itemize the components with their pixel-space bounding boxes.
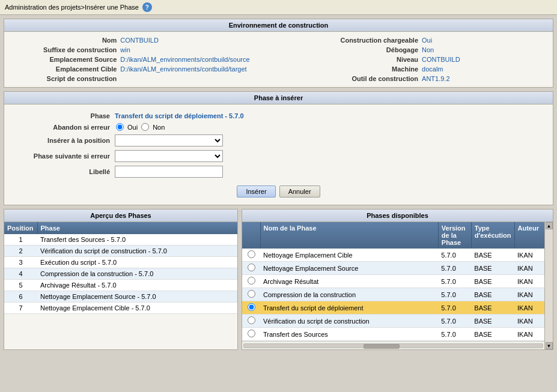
abandon-oui-label: Oui [127,124,138,131]
outil-label: Outil de construction [305,74,420,83]
type-cell: BASE [471,301,514,315]
type-cell: BASE [471,275,514,288]
phase-name-cell: Compression de la construction [260,288,438,301]
table-row[interactable]: 5Archivage Résultat - 5.7.0 [4,280,237,291]
abandon-label: Abandon si erreur [10,121,112,133]
available-table: Nom de la Phase Versionde laPhase Typed'… [242,222,544,341]
cancel-button[interactable]: Annuler [279,185,320,198]
radio-cell[interactable] [242,301,260,315]
phase-panel: Phase à insérer Phase Transfert du scrip… [4,91,553,205]
phase-radio[interactable] [248,290,255,298]
table-row[interactable]: Transfert du script de déploiement5.7.0B… [242,301,544,315]
version-cell: 5.7.0 [438,315,471,328]
table-row[interactable]: Nettoyage Emplacement Cible5.7.0BASEIKAN [242,249,544,262]
version-cell: 5.7.0 [438,288,471,301]
abandon-non-radio[interactable] [141,123,149,131]
debogage-value: Non [420,45,547,55]
table-row[interactable]: 4Compression de la construction - 5.7.0 [4,268,237,280]
col-type: Typed'exécution [471,222,514,249]
abandon-non-label: Non [153,124,165,131]
phase-radio[interactable] [248,330,255,337]
phase-radio[interactable] [248,250,255,258]
script-value [118,74,305,83]
version-cell: 5.7.0 [438,262,471,275]
table-row[interactable]: Transfert des Sources5.7.0BASEIKAN [242,328,544,341]
emplacement-cible-value: D:/ikan/ALM_environments/contbuild/targe… [118,64,305,74]
author-cell: IKAN [514,315,544,328]
machine-value: docalm [420,64,547,74]
col-radio-header [242,222,260,249]
phase-cell: Exécution du script - 5.7.0 [37,257,237,268]
type-cell: BASE [471,262,514,275]
radio-cell[interactable] [242,315,260,328]
next-phase-select[interactable] [115,150,223,162]
table-row[interactable]: Archivage Résultat5.7.0BASEIKAN [242,275,544,288]
abandon-radio-group: Oui Non [112,121,547,133]
script-label: Script de construction [10,74,118,83]
niveau-label: Niveau [305,55,420,64]
phase-radio[interactable] [248,277,255,285]
vertical-scrollbar[interactable]: ▲ ▼ [544,222,553,349]
phase-radio[interactable] [248,303,255,311]
author-cell: IKAN [514,275,544,288]
phase-name-cell: Nettoyage Emplacement Source [260,262,438,275]
overview-table: Position Phase 1Transfert des Sources - … [4,222,237,314]
phase-name-cell: Vérification du script de construction [260,315,438,328]
author-cell: IKAN [514,249,544,262]
position-cell: 5 [4,280,37,291]
horizontal-scrollbar[interactable] [242,341,544,349]
phase-name-cell: Transfert des Sources [260,328,438,341]
table-row[interactable]: 3Exécution du script - 5.7.0 [4,257,237,268]
radio-cell[interactable] [242,288,260,301]
next-phase-label: Phase suivante si erreur [10,148,112,164]
overview-table-scroll: Position Phase 1Transfert des Sources - … [4,222,237,314]
type-cell: BASE [471,315,514,328]
radio-cell[interactable] [242,328,260,341]
type-cell: BASE [471,328,514,341]
version-cell: 5.7.0 [438,328,471,341]
breadcrumb: Administration des projets>Insérer une P… [5,4,139,11]
bottom-section: Aperçu des Phases Position Phase 1Transf… [4,209,553,350]
table-row[interactable]: 1Transfert des Sources - 5.7.0 [4,234,237,246]
version-cell: 5.7.0 [438,301,471,315]
outil-value: ANT1.9.2 [420,74,547,83]
abandon-oui-radio[interactable] [116,123,124,131]
phase-name-cell: Nettoyage Emplacement Cible [260,249,438,262]
phase-panel-title: Phase à insérer [4,92,553,104]
position-cell: 1 [4,234,37,246]
form-buttons: Insérer Annuler [10,182,547,201]
radio-cell[interactable] [242,249,260,262]
suffixe-label: Suffixe de construction [10,45,118,55]
radio-cell[interactable] [242,262,260,275]
version-cell: 5.7.0 [438,249,471,262]
col-phase-name: Nom de la Phase [260,222,438,249]
phase-cell: Nettoyage Emplacement Cible - 5.7.0 [37,303,237,314]
env-table: Nom CONTBUILD Construction chargeable Ou… [10,35,547,83]
help-icon[interactable]: ? [142,2,152,12]
overview-panel: Aperçu des Phases Position Phase 1Transf… [4,209,238,350]
table-row[interactable]: 7Nettoyage Emplacement Cible - 5.7.0 [4,303,237,314]
available-panel-title: Phases disponibles [242,210,553,222]
emplacement-source-label: Emplacement Source [10,55,118,64]
suffixe-value: win [118,45,305,55]
insert-button[interactable]: Insérer [237,185,275,198]
table-row[interactable]: Vérification du script de construction5.… [242,315,544,328]
radio-cell[interactable] [242,275,260,288]
libelle-input[interactable] [115,166,223,178]
author-cell: IKAN [514,301,544,315]
table-row[interactable]: 6Nettoyage Emplacement Source - 5.7.0 [4,291,237,303]
type-cell: BASE [471,288,514,301]
phase-radio[interactable] [248,264,255,271]
position-cell: 3 [4,257,37,268]
machine-label: Machine [305,64,420,74]
phase-radio[interactable] [248,316,255,324]
overview-panel-title: Aperçu des Phases [4,210,237,222]
table-row[interactable]: 2Vérification du script de construction … [4,246,237,257]
libelle-label: Libellé [10,164,112,179]
table-row[interactable]: Compression de la construction5.7.0BASEI… [242,288,544,301]
col-author: Auteur [514,222,544,249]
version-cell: 5.7.0 [438,275,471,288]
table-row[interactable]: Nettoyage Emplacement Source5.7.0BASEIKA… [242,262,544,275]
available-panel: Phases disponibles Nom de la Phase Versi… [242,209,553,350]
insert-position-select[interactable] [115,134,223,146]
